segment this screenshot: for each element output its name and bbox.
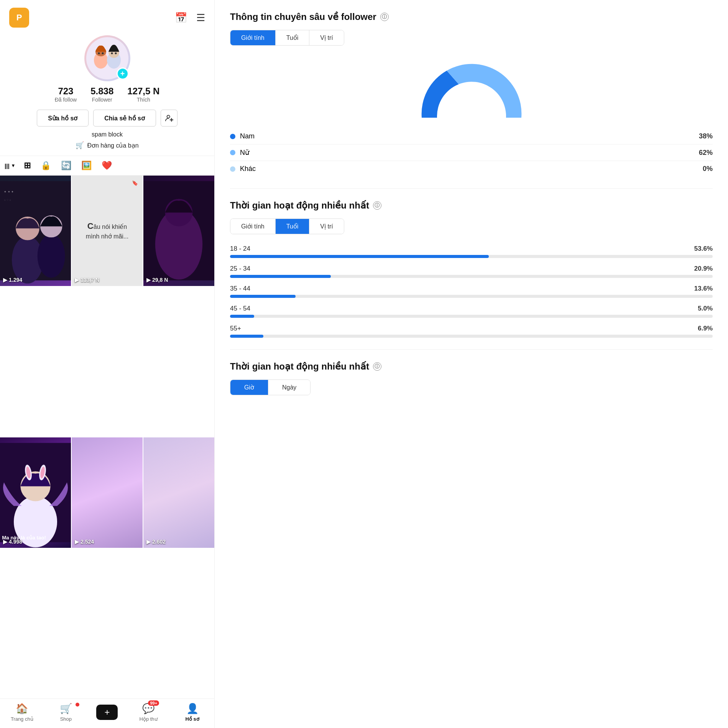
bar-track-25-34 (230, 275, 713, 278)
time-tab-hour[interactable]: Giờ (230, 380, 268, 395)
share-profile-button[interactable]: Chia sẻ hồ sơ (93, 110, 156, 127)
nav-home[interactable]: 🏠 Trang chủ (8, 703, 35, 722)
bar-header-45-54: 45 - 54 5.0% (230, 305, 713, 312)
play-icon: ▶ (75, 277, 79, 283)
top-icons: 📅 ☰ (175, 12, 205, 24)
tab-lock[interactable]: 🔒 (39, 159, 53, 172)
donut-chart (418, 56, 525, 118)
video-art-1: ✦ ✦ ✦ ☆ ♡ ☆ (0, 176, 71, 286)
bar-track-18-24 (230, 255, 713, 258)
other-dot (230, 166, 235, 172)
follower-section-title: Thông tin chuyên sâu về follower ⓘ (230, 12, 713, 22)
tab-likes[interactable]: ❤️ (100, 159, 113, 172)
nav-inbox[interactable]: 💬 99+ Hộp thư (135, 703, 162, 722)
video-art-3 (143, 176, 214, 286)
follower-tab-age[interactable]: Tuổi (276, 30, 310, 45)
bar-fill-55plus (230, 335, 263, 338)
add-friend-button[interactable] (161, 110, 177, 127)
bar-header-25-34: 25 - 34 20.9% (230, 265, 713, 273)
right-panel: Thông tin chuyên sâu về follower ⓘ Giới … (215, 0, 728, 728)
svg-point-5 (102, 53, 104, 54)
calendar-button[interactable]: 📅 (175, 12, 187, 24)
svg-point-4 (98, 53, 100, 54)
bar-row-45-54: 45 - 54 5.0% (230, 305, 713, 318)
video-thumb-1[interactable]: ✦ ✦ ✦ ☆ ♡ ☆ ▶ 1.294 (0, 176, 71, 286)
menu-button[interactable]: ☰ (196, 12, 205, 24)
follower-tab-location[interactable]: Vị trí (309, 30, 343, 45)
video-art-4: Ma này là của tao! (0, 437, 71, 548)
create-button[interactable]: + (96, 705, 118, 720)
followers-label: Follower (92, 97, 112, 103)
chevron-down-icon: ▼ (11, 163, 16, 168)
video-thumb-4[interactable]: Ma này là của tao! ▶ 4.998 (0, 437, 71, 548)
activity-tab-gender[interactable]: Giới tính (230, 219, 276, 234)
bar-track-45-54 (230, 315, 713, 318)
female-dot (230, 150, 235, 155)
tabs-bar: ||| ▼ ⊞ 🔒 🔄 🖼️ ❤️ (0, 156, 214, 176)
order-label: Đơn hàng của bạn (87, 142, 138, 149)
following-count: 723 (58, 86, 73, 97)
bar-fill-25-34 (230, 275, 331, 278)
time-section-title: Thời gian hoạt động nhiều nhất ⓘ (230, 361, 713, 372)
video-views-2: ▶ 113,7 N (75, 277, 99, 283)
svg-point-31 (447, 93, 496, 118)
play-icon: ▶ (146, 539, 151, 545)
legend-other: Khác 0% (230, 161, 713, 177)
video-caption-2: Câu nói khiếnmình nhớ mãi... (75, 220, 139, 241)
add-avatar-button[interactable]: + (117, 67, 129, 80)
stats-row: 723 Đã follow 5.838 Follower 127,5 N Thí… (55, 86, 160, 103)
top-bar: P 📅 ☰ (0, 0, 214, 31)
profile-label: Hồ sơ (186, 716, 199, 722)
bar-header-35-44: 35 - 44 13.6% (230, 285, 713, 293)
svg-point-10 (167, 115, 169, 118)
tab-image[interactable]: 🖼️ (80, 159, 93, 172)
legend-female-left: Nữ (230, 148, 249, 157)
activity-tab-location[interactable]: Vị trí (309, 219, 343, 234)
video-thumb-2[interactable]: 🔖 Câu nói khiếnmình nhớ mãi... ▶ 113,7 N (72, 176, 143, 286)
filter-tab[interactable]: ||| ▼ (5, 163, 15, 169)
stat-following: 723 Đã follow (55, 86, 77, 103)
male-dot (230, 134, 235, 139)
stat-likes: 127,5 N Thích (127, 86, 159, 103)
bar-row-35-44: 35 - 44 13.6% (230, 285, 713, 298)
activity-tab-age[interactable]: Tuổi (276, 219, 310, 234)
tab-videos[interactable]: ⊞ (22, 159, 32, 172)
time-filter-tabs: Giờ Ngày (230, 380, 311, 395)
inbox-badge-wrap: 💬 99+ (142, 703, 154, 715)
other-pct: 0% (703, 165, 713, 173)
profile-section: + 723 Đã follow 5.838 Follower 127,5 N T… (0, 31, 214, 156)
video-thumb-5[interactable]: ▶ 2.524 (72, 437, 143, 548)
tab-repost[interactable]: 🔄 (59, 159, 73, 172)
video-thumb-6[interactable]: ▶ 2.602 (143, 437, 214, 548)
follower-info-icon[interactable]: ⓘ (380, 13, 389, 21)
legend-other-left: Khác (230, 165, 256, 173)
video-grid: ✦ ✦ ✦ ☆ ♡ ☆ ▶ 1.294 🔖 Câu nói khiếnmình … (0, 176, 214, 698)
video-thumb-3[interactable]: ▶ 29,8 N (143, 176, 214, 286)
time-tab-day[interactable]: Ngày (268, 380, 310, 395)
female-pct: 62% (699, 149, 713, 157)
male-pct: 38% (699, 132, 713, 140)
bio-text: spam block (92, 131, 123, 138)
edit-profile-button[interactable]: Sửa hồ sơ (37, 110, 89, 127)
plus-icon: + (104, 707, 110, 718)
video-views-4: ▶ 4.998 (3, 539, 22, 545)
bar-pct-45-54: 5.0% (698, 305, 713, 312)
time-info-icon[interactable]: ⓘ (373, 362, 381, 371)
svg-point-8 (111, 53, 113, 54)
donut-wrap (230, 56, 713, 118)
video-views-1: ▶ 1.294 (3, 277, 22, 283)
activity-info-icon[interactable]: ⓘ (373, 201, 381, 210)
bar-track-35-44 (230, 295, 713, 298)
divider-2 (230, 349, 713, 350)
nav-profile[interactable]: 👤 Hồ sơ (179, 703, 206, 722)
bar-pct-25-34: 20.9% (694, 265, 713, 273)
legend-male: Nam 38% (230, 128, 713, 145)
shop-badge-dot (76, 703, 79, 707)
nav-shop[interactable]: 🛒 Shop (53, 703, 79, 722)
bar-row-55plus: 55+ 6.9% (230, 325, 713, 338)
inbox-label: Hộp thư (140, 716, 158, 722)
svg-point-16 (38, 234, 65, 278)
time-section: Thời gian hoạt động nhiều nhất ⓘ Giờ Ngà… (230, 361, 713, 395)
bar-pct-55plus: 6.9% (698, 325, 713, 332)
follower-tab-gender[interactable]: Giới tính (230, 30, 276, 45)
